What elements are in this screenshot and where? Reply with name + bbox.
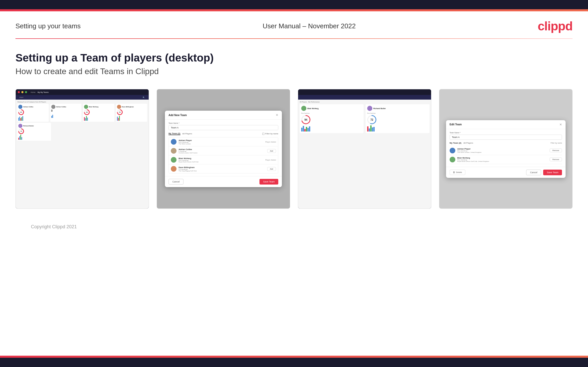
team-name-input[interactable]	[169, 125, 278, 130]
cancel-button[interactable]: Cancel	[169, 179, 183, 185]
ss1-player-4: Dave Billingham 78	[116, 104, 147, 122]
bar	[19, 117, 20, 121]
screenshot-1: Home My My Teams clippd 🔍 Viewing 6 out …	[16, 89, 149, 208]
edit-filter-label: Filter by name	[551, 142, 562, 144]
tab-my-team[interactable]: My Team (2)	[169, 132, 180, 135]
edit-tab-my-team[interactable]: My Team (2)	[450, 142, 461, 144]
ss1-p2-score: 0	[51, 109, 81, 112]
ss1-dot-green	[25, 91, 27, 93]
edit-footer-right: Cancel Save Team	[526, 170, 562, 175]
ss3-p1-val: 94	[304, 118, 307, 121]
screenshot-3: All Players My Performance Blair McHarg …	[298, 89, 431, 208]
bar	[84, 117, 85, 121]
ss1-p4-header: Dave Billingham	[117, 105, 146, 109]
ss3-content: All Players My Performance Blair McHarg …	[298, 100, 431, 208]
ss1-dot-yellow	[21, 91, 23, 93]
cards-row: Home My My Teams clippd 🔍 Viewing 6 out …	[15, 89, 573, 209]
edit-p1-info: Adrian Player Plus Handicap The Shire Lo…	[457, 148, 548, 153]
remove-player-1-btn[interactable]: Remove	[550, 148, 562, 152]
card-1: Home My My Teams clippd 🔍 Viewing 6 out …	[15, 89, 149, 209]
ss1-p3-score: 94	[84, 109, 90, 115]
modal-player-item: Dave Billingham 3.5 Handicap The Gog Mag…	[169, 164, 278, 173]
header: Setting up your teams User Manual – Nove…	[0, 11, 588, 38]
ss1-dot-red	[18, 91, 20, 93]
add-player-4-btn[interactable]: Add	[267, 167, 276, 171]
edit-save-team-button[interactable]: Save Team	[543, 170, 562, 175]
ss1-p2-bars	[51, 113, 81, 118]
accent-bar	[0, 9, 588, 11]
add-player-2-btn[interactable]: Add	[267, 149, 276, 153]
bar	[18, 118, 19, 121]
edit-team-name-input[interactable]	[450, 135, 562, 140]
ss1-p5-header: Richard Butler	[18, 124, 50, 128]
ss1-p1-bars	[18, 116, 48, 121]
header-center: User Manual – November 2022	[263, 22, 356, 30]
filter-checkbox[interactable]	[262, 133, 264, 135]
card-1-text: 1) Click on 'Teams' at the top of the sc…	[16, 208, 149, 209]
edit-tab-all-players[interactable]: All Players	[463, 142, 473, 144]
ss1-p4-avatar	[117, 105, 121, 109]
edit-modal-footer: 🗑 Delete Cancel Save Team	[446, 167, 566, 178]
ss1-p3-avatar	[84, 105, 88, 109]
modal-p4-club: The Gog Magog Golf Club	[179, 170, 265, 172]
ss3-topbar	[298, 89, 431, 95]
bar	[301, 128, 303, 132]
bar	[306, 127, 307, 132]
ss1-p1-name: Adrian Coliba	[23, 106, 33, 108]
bar	[20, 135, 21, 140]
ss1-nav-brand: clippd	[19, 97, 23, 98]
modal-p1-name: Adrian Player	[179, 139, 263, 142]
header-right: clippd	[538, 19, 573, 33]
edit-p1-avatar	[450, 148, 455, 153]
modal-p4-info: Dave Billingham 3.5 Handicap The Gog Mag…	[179, 166, 265, 172]
modal-p1-avatar	[171, 139, 177, 145]
ss1-nav-home: Home	[31, 91, 36, 93]
bar	[118, 118, 119, 121]
bar	[370, 125, 372, 132]
modal-p2-avatar	[171, 148, 177, 154]
edit-cancel-button[interactable]: Cancel	[526, 170, 541, 175]
screenshot-4: Edit Team ✕ Team Name * My Team (2) All …	[439, 89, 572, 208]
ss3-nav	[298, 95, 431, 100]
delete-team-button[interactable]: 🗑 Delete	[450, 170, 465, 175]
modal-p2-club: Central London Golf Centre	[179, 152, 265, 154]
ss3-p2-score: 72	[367, 115, 376, 124]
modal-player-item: Adrian Coliba 5 Handicap Central London …	[169, 146, 278, 155]
card-2-text: 2) Type the name of this Team and then s…	[157, 208, 290, 209]
bar	[373, 127, 375, 132]
bar	[303, 126, 304, 132]
edit-modal-header: Edit Team ✕	[446, 120, 566, 129]
bar	[372, 127, 373, 132]
ss1-p1-score: 84	[18, 109, 24, 115]
bar	[119, 116, 120, 121]
save-team-button[interactable]: Save Team	[259, 179, 278, 185]
ss1-p4-score: 78	[117, 109, 123, 115]
bar	[18, 138, 19, 140]
bar	[117, 117, 118, 121]
ss1-p3-header: Blair McHarg	[84, 105, 113, 109]
bar	[304, 129, 306, 132]
screenshot-2: Add New Team ✕ Team Name * My Team (2) A…	[157, 89, 290, 208]
modal-close-icon[interactable]: ✕	[276, 113, 278, 117]
bar	[52, 115, 53, 118]
modal-field-label: Team Name *	[169, 122, 278, 124]
ss1-player-5: Richard Butler 72	[17, 123, 51, 141]
ss3-p1-score: 94	[301, 115, 310, 124]
ss3-p1-detail: Plus Handicap	[301, 112, 362, 114]
modal-p4-avatar	[171, 166, 177, 172]
remove-player-2-btn[interactable]: Remove	[550, 158, 562, 161]
edit-team-modal: Edit Team ✕ Team Name * My Team (2) All …	[446, 120, 566, 178]
ss3-p1-avatar	[301, 106, 306, 111]
edit-field-label: Team Name *	[450, 132, 562, 134]
ss1-nav: clippd 🔍	[16, 95, 149, 100]
ss1-player-3: Blair McHarg 94	[83, 104, 114, 122]
ss1-p1-header: Adrian Coliba	[18, 105, 48, 109]
ss1-player-1: Adrian Coliba 84	[17, 104, 49, 122]
tab-all-players[interactable]: All Players	[182, 133, 192, 135]
main-content: Setting up a Team of players (desktop) H…	[0, 39, 588, 245]
edit-close-icon[interactable]: ✕	[559, 123, 562, 126]
ss1-p1-avatar	[18, 105, 22, 109]
ss1-topbar: Home My My Teams	[16, 89, 149, 95]
filter-label: Filter by name	[265, 133, 278, 135]
modal-p3-avatar	[171, 157, 177, 163]
